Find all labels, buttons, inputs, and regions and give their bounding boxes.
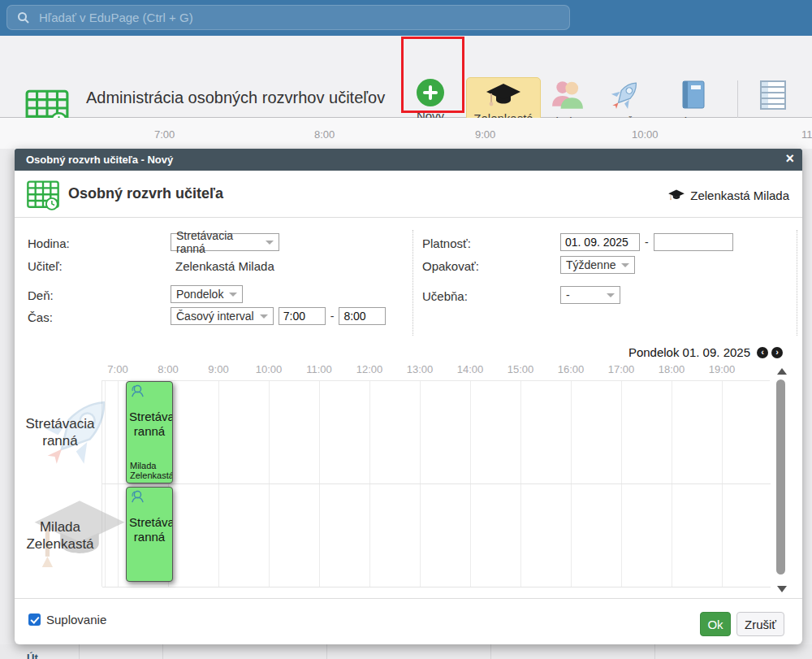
graduation-cap-icon (667, 189, 685, 202)
valid-from-input[interactable] (560, 233, 640, 251)
den-label: Deň: (28, 288, 54, 302)
date-navigation: Pondelok 01. 09. 2025 ‹ › (628, 345, 783, 359)
opakovat-select[interactable]: Týždenne (560, 256, 635, 274)
chevron-down-icon (229, 293, 237, 297)
dialog-heading: Osobný rozvrh učiteľa (68, 185, 223, 202)
checkbox-label: Suplovanie (46, 613, 106, 626)
scrollbar-thumb[interactable] (776, 379, 785, 574)
graduation-cap-icon (485, 83, 522, 109)
ucitel-label: Učiteľ: (28, 259, 63, 273)
scroll-up-icon[interactable] (777, 368, 787, 375)
ucebna-select[interactable]: - (560, 286, 620, 304)
hodina-label: Hodina: (28, 236, 70, 250)
scroll-down-icon[interactable] (777, 586, 787, 592)
hodina-select[interactable]: Stretávacia ranná (171, 233, 279, 251)
rocket-icon (608, 78, 642, 112)
cas-type-select[interactable]: Časový interval (171, 307, 274, 325)
dialog-footer: Suplovanie Ok Zrušiť (15, 598, 802, 644)
ok-button[interactable]: Ok (700, 612, 731, 636)
search-input[interactable] (37, 10, 528, 25)
chevron-down-icon (607, 293, 615, 297)
time-from-input[interactable] (279, 307, 326, 325)
grid-row-teacher[interactable] (102, 484, 771, 587)
chevron-down-icon (260, 314, 268, 319)
lesson-event-block[interactable]: Stretávacia ranná Milada Zelenkastá (126, 381, 173, 483)
background-grid-strip: Út (0, 644, 812, 659)
dialog-titlebar[interactable]: Osobný rozvrh učiteľa - Nový × (15, 149, 802, 171)
top-bar (0, 0, 812, 36)
row-label-lesson: Stretávacia ranná (19, 380, 101, 483)
chevron-down-icon (621, 263, 629, 267)
timetable-grid[interactable] (102, 380, 770, 587)
prev-day-button[interactable]: ‹ (757, 347, 768, 358)
ucitel-value: Zelenkastá Milada (175, 259, 274, 273)
people-icon (551, 78, 585, 112)
grid-scrollbar[interactable] (775, 365, 789, 592)
search-box[interactable] (6, 5, 570, 30)
suplovanie-checkbox-row[interactable]: Suplovanie (28, 613, 106, 626)
close-icon[interactable]: × (785, 150, 794, 167)
background-text-fragment: Út (27, 652, 38, 659)
grid-hour-header: 7:00 8:00 9:00 10:00 11:00 12:00 13:00 1… (102, 363, 719, 376)
edupage-screen: Administrácia osobných rozvrhov učiteľov… (0, 0, 812, 659)
teacher-badge: Zelenkastá Milada (667, 189, 789, 202)
dialog-title: Osobný rozvrh učiteľa - Nový (26, 154, 173, 166)
next-day-button[interactable]: › (771, 347, 783, 358)
page-title: Administrácia osobných rozvrhov učiteľov (86, 87, 387, 109)
dialog-header: Osobný rozvrh učiteľa Zelenkastá Milada (15, 171, 802, 218)
annotation-highlight-box (401, 37, 464, 113)
dash: - (645, 236, 649, 249)
ucebna-label: Učebňa: (422, 289, 468, 303)
teacher-event-block[interactable]: Stretávacia ranná (126, 487, 173, 582)
grid-row-lesson[interactable] (102, 381, 771, 484)
background-timeline: 7:00 8:00 9:00 10:00 11 (0, 118, 812, 149)
book-icon (677, 78, 710, 112)
list-icon (757, 78, 789, 112)
time-to-input[interactable] (339, 307, 386, 325)
chevron-down-icon (266, 241, 274, 245)
cas-label: Čas: (28, 310, 53, 324)
row-label-teacher: Milada Zelenkastá (19, 483, 101, 587)
date-label: Pondelok 01. 09. 2025 (628, 345, 750, 359)
dash: - (330, 310, 335, 323)
opakovat-label: Opakovať: (422, 259, 479, 273)
form-column-divider (412, 230, 413, 336)
valid-to-input[interactable] (654, 233, 733, 251)
platnost-label: Platnosť: (422, 236, 471, 250)
personal-timetable-dialog: Osobný rozvrh učiteľa - Nový × Osobný ro… (15, 149, 802, 644)
den-select[interactable]: Pondelok (171, 285, 243, 303)
checkbox-checked-icon[interactable] (28, 613, 41, 626)
form-right-divider (797, 230, 797, 336)
event-subtitle: Milada Zelenkastá (130, 461, 173, 480)
person-icon (129, 489, 145, 505)
timetable-icon (26, 178, 60, 212)
cancel-button[interactable]: Zrušiť (736, 612, 784, 636)
person-icon (129, 384, 145, 399)
search-icon (17, 11, 30, 24)
